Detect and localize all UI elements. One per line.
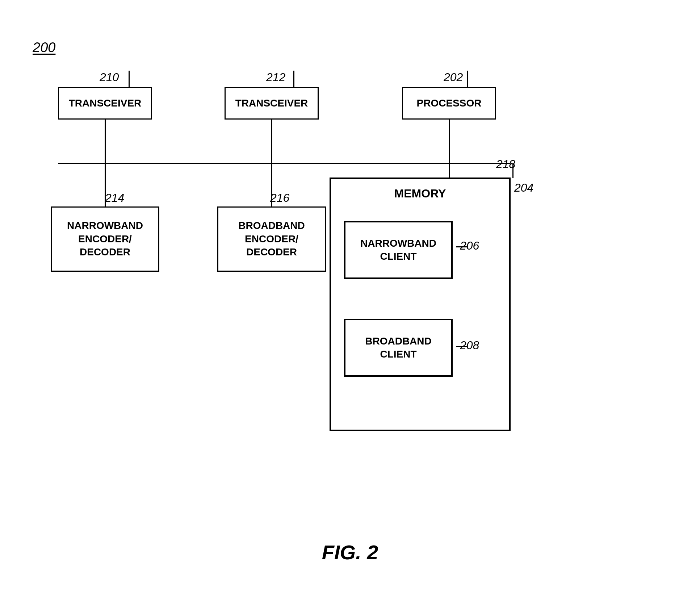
ref-216 [270, 191, 289, 205]
box-transceiver-212: TRANSCEIVER [225, 87, 319, 120]
box-broadband-encoder-216: BROADBANDENCODER/DECODER [217, 206, 326, 272]
diagram-container: 200 TRANSCEIVER TRANSCEIVER PROCESSOR NA… [22, 29, 674, 554]
ref-212 [266, 71, 285, 84]
box-transceiver-210: TRANSCEIVER [58, 87, 152, 120]
ref-210 [100, 71, 119, 84]
memory-204-label: MEMORY [394, 186, 446, 201]
box-broadband-client-208: BROADBANDCLIENT [344, 319, 453, 377]
figure-label: FIG. 2 [322, 540, 378, 564]
transceiver-210-label: TRANSCEIVER [69, 97, 142, 110]
narrowband-client-label: NARROWBANDCLIENT [360, 237, 436, 263]
narrowband-encoder-label: NARROWBANDENCODER/DECODER [67, 219, 143, 259]
broadband-client-label: BROADBANDCLIENT [365, 335, 432, 361]
box-narrowband-encoder-214: NARROWBANDENCODER/DECODER [51, 206, 159, 272]
ref-214 [105, 191, 124, 205]
broadband-encoder-label: BROADBANDENCODER/DECODER [238, 219, 305, 259]
diagram-ref-200: 200 [33, 40, 55, 55]
transceiver-212-label: TRANSCEIVER [235, 97, 308, 110]
box-narrowband-client-206: NARROWBANDCLIENT [344, 221, 453, 279]
ref-204 [514, 181, 533, 195]
ref-208 [460, 339, 479, 352]
processor-202-label: PROCESSOR [417, 97, 482, 110]
box-memory-204: MEMORY [330, 178, 511, 431]
ref-206 [460, 239, 479, 252]
box-processor-202: PROCESSOR [402, 87, 496, 120]
ref-202 [444, 71, 463, 84]
